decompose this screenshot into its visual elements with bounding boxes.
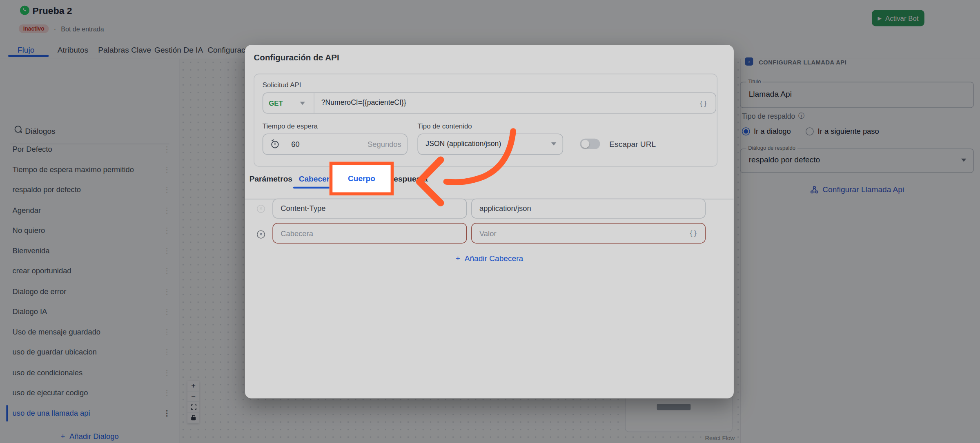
request-label: Solicitud API (263, 81, 301, 89)
variables-icon[interactable]: { } (700, 99, 706, 106)
modal-title: Configuración de API (254, 53, 339, 62)
new-header-key-input[interactable] (272, 223, 467, 244)
segment-divider (314, 93, 314, 113)
add-header-button[interactable]: + Añadir Cabecera (456, 254, 523, 263)
timer-icon (270, 139, 280, 149)
method-chevron-icon (300, 102, 305, 105)
escape-url-toggle[interactable] (580, 139, 600, 149)
timeout-unit: Segundos (368, 140, 401, 148)
content-type-value: JSON (application/json) (425, 140, 501, 147)
timeout-value[interactable]: 60 (291, 140, 299, 148)
tab-parametros[interactable]: Parámetros (249, 175, 292, 184)
tab-cuerpo[interactable]: Cuerpo (348, 174, 375, 183)
app-root: Prueba 2 Inactivo · Bot de entrada Flujo… (0, 0, 980, 443)
header-value-input[interactable] (471, 199, 706, 219)
content-type-chevron-icon (551, 142, 556, 146)
highlight-box-cuerpo[interactable]: Cuerpo (330, 162, 394, 195)
new-header-value-input[interactable] (471, 223, 706, 244)
remove-header-icon[interactable]: × (257, 230, 265, 239)
tab-respuesta[interactable]: Respuesta (388, 175, 428, 184)
header-key-input[interactable] (272, 199, 467, 219)
remove-header-icon[interactable]: × (257, 205, 265, 213)
method-select[interactable]: GET (269, 99, 283, 106)
url-input[interactable]: ?NumeroCI={{pacienteCI}} (321, 99, 406, 106)
plus-icon: + (456, 254, 460, 263)
variables-icon[interactable]: { } (690, 229, 697, 237)
content-type-label: Tipo de contenido (417, 122, 472, 130)
timeout-label: Tiempo de espera (263, 122, 318, 130)
escape-url-label: Escapar URL (609, 140, 656, 148)
api-config-modal: Configuración de API Solicitud API GET ?… (245, 45, 734, 398)
add-header-row: + Añadir Cabecera (245, 254, 734, 263)
